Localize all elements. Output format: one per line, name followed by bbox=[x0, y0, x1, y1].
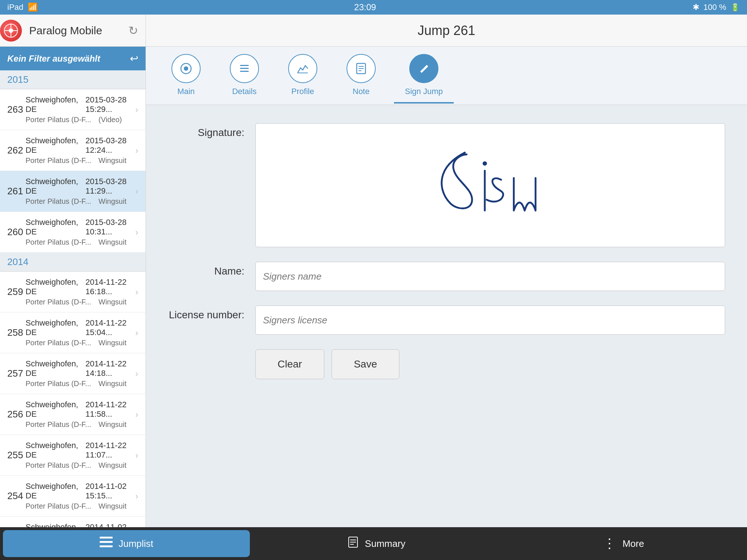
jump-date-263: 2015-03-28 15:29... bbox=[85, 95, 135, 114]
jump-aircraft-255: Porter Pilatus (D-F... bbox=[26, 461, 91, 470]
jump-item-254[interactable]: 254 Schweighofen, DE 2014-11-02 15:15...… bbox=[0, 476, 146, 517]
jump-item-261[interactable]: 261 Schweighofen, DE 2015-03-28 11:29...… bbox=[0, 171, 146, 212]
jump-location-257: Schweighofen, DE bbox=[26, 359, 78, 378]
jump-item-260[interactable]: 260 Schweighofen, DE 2015-03-28 10:31...… bbox=[0, 212, 146, 253]
signature-drawing bbox=[256, 124, 725, 247]
jump-date-254: 2014-11-02 15:15... bbox=[85, 482, 135, 501]
bottom-item-more[interactable]: ⋮ More bbox=[500, 527, 747, 560]
jump-item-262[interactable]: 262 Schweighofen, DE 2015-03-28 12:24...… bbox=[0, 130, 146, 171]
jump-row2-256: Porter Pilatus (D-F... Wingsuit bbox=[26, 420, 135, 429]
jump-row1-257: Schweighofen, DE 2014-11-22 14:18... bbox=[26, 359, 135, 378]
tab-main[interactable]: Main bbox=[160, 48, 212, 104]
jump-row2-262: Porter Pilatus (D-F... Wingsuit bbox=[26, 156, 135, 165]
jump-info-261: Schweighofen, DE 2015-03-28 11:29... Por… bbox=[26, 177, 135, 206]
jump-list: 2015 263 Schweighofen, DE 2015-03-28 15:… bbox=[0, 70, 146, 527]
svg-rect-7 bbox=[240, 68, 249, 69]
save-button[interactable]: Save bbox=[332, 349, 399, 379]
jump-info-254: Schweighofen, DE 2014-11-02 15:15... Por… bbox=[26, 482, 135, 510]
jump-item-259[interactable]: 259 Schweighofen, DE 2014-11-22 16:18...… bbox=[0, 272, 146, 312]
content-area: Signature: Na bbox=[146, 105, 747, 527]
jump-item-256[interactable]: 256 Schweighofen, DE 2014-11-22 11:58...… bbox=[0, 394, 146, 435]
jump-location-260: Schweighofen, DE bbox=[26, 218, 78, 237]
refresh-icon[interactable]: ↻ bbox=[128, 24, 138, 38]
filter-icon[interactable]: ↩ bbox=[130, 52, 138, 65]
jump-row1-263: Schweighofen, DE 2015-03-28 15:29... bbox=[26, 95, 135, 114]
chevron-icon-256: › bbox=[135, 409, 138, 420]
license-input[interactable] bbox=[255, 306, 725, 335]
license-row: License number: bbox=[168, 306, 725, 335]
jump-item-253[interactable]: 253 Schweighofen, DE 2014-11-02 14:23...… bbox=[0, 517, 146, 527]
jump-item-257[interactable]: 257 Schweighofen, DE 2014-11-22 14:18...… bbox=[0, 353, 146, 394]
signature-canvas[interactable] bbox=[255, 123, 725, 247]
chevron-icon-260: › bbox=[135, 227, 138, 237]
summary-icon bbox=[347, 536, 359, 551]
jump-type-255: Wingsuit bbox=[98, 461, 127, 470]
tab-sign-jump-icon-circle bbox=[409, 54, 438, 83]
year-header-2015: 2015 bbox=[0, 70, 146, 89]
jump-type-259: Wingsuit bbox=[98, 298, 127, 306]
jump-type-262: Wingsuit bbox=[98, 156, 127, 165]
jump-location-258: Schweighofen, DE bbox=[26, 318, 78, 337]
jump-location-253: Schweighofen, DE bbox=[26, 522, 78, 527]
bottom-item-jumplist[interactable]: Jumplist bbox=[3, 530, 250, 557]
tab-profile[interactable]: Profile bbox=[277, 48, 328, 104]
bottom-item-summary[interactable]: Summary bbox=[253, 527, 500, 560]
jump-date-258: 2014-11-22 15:04... bbox=[85, 318, 135, 337]
jump-item-255[interactable]: 255 Schweighofen, DE 2014-11-22 11:07...… bbox=[0, 435, 146, 476]
jump-row2-257: Porter Pilatus (D-F... Wingsuit bbox=[26, 380, 135, 388]
tab-main-icon-circle bbox=[171, 54, 201, 83]
tab-details[interactable]: Details bbox=[219, 48, 270, 104]
svg-rect-6 bbox=[240, 65, 249, 66]
name-label: Name: bbox=[168, 262, 255, 277]
jump-row1-260: Schweighofen, DE 2015-03-28 10:31... bbox=[26, 218, 135, 237]
tab-note-label: Note bbox=[353, 87, 369, 96]
jump-number-254: 254 bbox=[7, 490, 26, 502]
jump-aircraft-261: Porter Pilatus (D-F... bbox=[26, 197, 91, 206]
jump-aircraft-260: Porter Pilatus (D-F... bbox=[26, 238, 91, 246]
tab-note-icon-circle bbox=[347, 54, 376, 83]
left-header-area: Paralog Mobile ↻ bbox=[0, 15, 146, 46]
jump-aircraft-256: Porter Pilatus (D-F... bbox=[26, 420, 91, 429]
time-display: 23:09 bbox=[354, 2, 376, 12]
tab-note[interactable]: Note bbox=[336, 48, 387, 104]
tab-profile-icon-circle bbox=[288, 54, 317, 83]
more-icon: ⋮ bbox=[603, 536, 617, 551]
left-panel: Kein Filter ausgewählt ↩ 2015 263 Schwei… bbox=[0, 47, 146, 527]
jump-info-262: Schweighofen, DE 2015-03-28 12:24... Por… bbox=[26, 136, 135, 165]
jump-date-262: 2015-03-28 12:24... bbox=[85, 136, 135, 155]
svg-rect-17 bbox=[100, 537, 113, 538]
jump-number-263: 263 bbox=[7, 104, 26, 115]
name-input[interactable] bbox=[255, 262, 725, 291]
license-label: License number: bbox=[168, 306, 255, 321]
signature-label: Signature: bbox=[168, 123, 255, 139]
jump-number-260: 260 bbox=[7, 226, 26, 238]
jump-row2-260: Porter Pilatus (D-F... Wingsuit bbox=[26, 238, 135, 246]
jump-location-261: Schweighofen, DE bbox=[26, 177, 78, 196]
chevron-icon-263: › bbox=[135, 105, 138, 115]
jump-date-256: 2014-11-22 11:58... bbox=[85, 400, 135, 419]
chevron-icon-258: › bbox=[135, 328, 138, 338]
jump-info-253: Schweighofen, DE 2014-11-02 14:23... Por… bbox=[26, 522, 135, 527]
jump-number-259: 259 bbox=[7, 286, 26, 298]
status-bar: iPad 📶 23:09 ✱ 100 % 🔋 bbox=[0, 0, 747, 15]
jump-number-257: 257 bbox=[7, 368, 26, 379]
jump-row1-262: Schweighofen, DE 2015-03-28 12:24... bbox=[26, 136, 135, 155]
jump-aircraft-254: Porter Pilatus (D-F... bbox=[26, 502, 91, 510]
tab-bar: Main Details bbox=[146, 47, 747, 105]
tab-sign-jump[interactable]: Sign Jump bbox=[394, 48, 454, 104]
jump-date-261: 2015-03-28 11:29... bbox=[85, 177, 135, 196]
app-title: Paralog Mobile bbox=[29, 24, 102, 37]
jump-item-258[interactable]: 258 Schweighofen, DE 2014-11-22 15:04...… bbox=[0, 312, 146, 353]
jumplist-label: Jumplist bbox=[119, 538, 153, 549]
jump-item-263[interactable]: 263 Schweighofen, DE 2015-03-28 15:29...… bbox=[0, 89, 146, 130]
jump-title: Jump 261 bbox=[418, 23, 475, 38]
jump-location-256: Schweighofen, DE bbox=[26, 400, 78, 419]
clear-button[interactable]: Clear bbox=[255, 349, 324, 379]
carrier-label: iPad bbox=[7, 3, 23, 12]
chevron-icon-257: › bbox=[135, 369, 138, 379]
bottom-bar: Jumplist Summary ⋮ More bbox=[0, 527, 747, 560]
wifi-icon: 📶 bbox=[28, 3, 38, 12]
jump-type-254: Wingsuit bbox=[98, 502, 127, 510]
jump-location-259: Schweighofen, DE bbox=[26, 277, 78, 296]
jump-type-260: Wingsuit bbox=[98, 238, 127, 246]
